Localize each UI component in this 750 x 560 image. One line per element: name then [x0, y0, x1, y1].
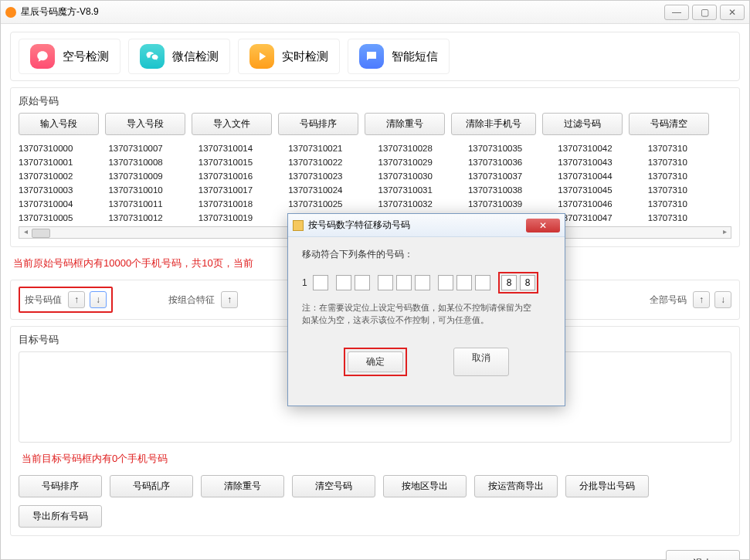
number-cell: 13707310009 — [108, 169, 192, 183]
target-btn-1[interactable]: 号码乱序 — [110, 475, 193, 497]
dialog-ok-button[interactable]: 确定 — [348, 351, 403, 372]
digit-11-input[interactable] — [520, 275, 535, 290]
source-btn-4[interactable]: 清除重号 — [365, 113, 445, 135]
dialog-close-button[interactable]: ✕ — [526, 219, 560, 232]
all-down-button[interactable]: ↓ — [714, 291, 731, 308]
number-cell: 13707310 — [648, 197, 731, 211]
digit-7-input[interactable] — [438, 275, 453, 290]
source-btn-5[interactable]: 清除非手机号 — [451, 113, 536, 135]
target-btn-2[interactable]: 清除重号 — [201, 475, 284, 497]
top-tabs: 空号检测 微信检测 实时检测 智能短信 — [10, 32, 740, 81]
maximize-button[interactable]: ▢ — [692, 5, 717, 20]
dialog-note-2: 如某位为空，这表示该位不作控制，可为任意值。 — [302, 314, 551, 326]
by-pattern-label: 按组合特征 — [168, 294, 215, 307]
close-button[interactable]: ✕ — [720, 5, 745, 20]
target-btn-4[interactable]: 按地区导出 — [383, 475, 467, 497]
bubble-icon — [30, 44, 55, 69]
number-cell: 13707310023 — [288, 169, 372, 183]
number-cell: 13707310018 — [199, 197, 282, 211]
digit-8-input[interactable] — [456, 275, 472, 290]
titlebar: 星辰号码魔方-V8.9 — ▢ ✕ — [1, 1, 749, 24]
number-cell: 13707310022 — [288, 155, 372, 169]
number-cell: 13707310005 — [19, 211, 102, 225]
number-cell: 13707310001 — [19, 155, 102, 169]
target-btn-3[interactable]: 清空号码 — [292, 475, 375, 497]
number-cell: 13707310011 — [108, 197, 192, 211]
footer: 退出 — [1, 544, 749, 560]
play-icon — [249, 44, 274, 69]
digit-6-input[interactable] — [415, 275, 430, 290]
digit-3-input[interactable] — [355, 275, 370, 290]
dialog-note-1: 注：在需要设定位上设定号码数值，如某位不控制请保留为空 — [302, 301, 551, 314]
number-cell: 13707310039 — [468, 197, 551, 211]
by-value-down-button[interactable]: ↓ — [90, 291, 107, 308]
source-btn-3[interactable]: 号码排序 — [278, 113, 358, 135]
digit-9-input[interactable] — [475, 275, 490, 290]
digit-5-input[interactable] — [396, 275, 412, 290]
number-cell: 13707310000 — [19, 141, 102, 155]
scroll-left-icon[interactable]: ◂ — [19, 227, 32, 238]
confirm-highlight: 确定 — [344, 348, 407, 376]
number-cell: 13707310046 — [558, 197, 641, 211]
target-status: 当前目标号码框内有0个手机号码 — [22, 452, 728, 466]
target-btn-6[interactable]: 分批导出号码 — [565, 475, 649, 497]
number-cell: 13707310024 — [288, 183, 372, 197]
number-cell: 13707310007 — [108, 141, 192, 155]
by-value-group: 按号码值 ↑ ↓ — [19, 287, 113, 313]
number-cell: 13707310032 — [378, 197, 462, 211]
target-btn-5[interactable]: 按运营商导出 — [474, 475, 558, 497]
number-cell: 13707310016 — [199, 169, 282, 183]
target-btn-7[interactable]: 导出所有号码 — [19, 505, 102, 528]
target-btn-0[interactable]: 号码排序 — [19, 475, 102, 497]
dialog-title: 按号码数字特征移动号码 — [308, 219, 410, 232]
number-cell: 13707310 — [648, 155, 731, 169]
dialog-cancel-button[interactable]: 取消 — [453, 348, 509, 376]
scroll-thumb[interactable] — [32, 229, 50, 238]
number-cell: 13707310045 — [558, 183, 641, 197]
digit-10-input[interactable] — [501, 275, 517, 290]
tab-sms[interactable]: 智能短信 — [348, 39, 450, 74]
digit-1-input[interactable] — [313, 275, 328, 290]
number-cell: 13707310010 — [108, 183, 192, 197]
number-cell: 13707310035 — [468, 141, 551, 155]
number-cell: 13707310012 — [108, 211, 192, 225]
source-btn-7[interactable]: 号码清空 — [629, 113, 709, 135]
number-cell: 13707310044 — [558, 169, 641, 183]
all-label: 全部号码 — [650, 294, 687, 307]
tab-wechat-check[interactable]: 微信检测 — [128, 39, 230, 74]
number-cell: 13707310043 — [558, 155, 641, 169]
last-digits-highlight — [498, 272, 538, 294]
number-cell: 13707310002 — [19, 169, 102, 183]
tab-label: 空号检测 — [63, 49, 109, 64]
number-cell: 13707310003 — [19, 183, 102, 197]
exit-button[interactable]: 退出 — [666, 550, 740, 560]
source-buttons: 输入号段导入号段导入文件号码排序清除重号清除非手机号过滤号码号码清空 — [19, 113, 731, 135]
all-up-button[interactable]: ↑ — [693, 291, 710, 308]
source-btn-2[interactable]: 导入文件 — [192, 113, 272, 135]
digit-pattern-dialog: 按号码数字特征移动号码 ✕ 移动符合下列条件的号码： 1 注：在需要设定位上设定… — [287, 213, 565, 406]
dialog-buttons: 确定 取消 — [302, 348, 551, 376]
number-cell: 13707310 — [648, 141, 731, 155]
by-pattern-up-button[interactable]: ↑ — [221, 291, 238, 308]
number-cell: 13707310036 — [468, 155, 551, 169]
source-btn-0[interactable]: 输入号段 — [19, 113, 99, 135]
number-cell: 13707310047 — [558, 211, 641, 225]
digit-4-input[interactable] — [378, 275, 393, 290]
number-cell: 13707310042 — [558, 141, 641, 155]
source-btn-1[interactable]: 导入号段 — [105, 113, 185, 135]
number-cell: 13707310030 — [378, 169, 462, 183]
number-cell: 13707310 — [648, 183, 731, 197]
number-cell: 13707310025 — [288, 197, 372, 211]
tab-empty-check[interactable]: 空号检测 — [19, 39, 120, 74]
number-cell: 13707310037 — [468, 169, 551, 183]
number-cell: 13707310021 — [288, 141, 372, 155]
digit-2-input[interactable] — [336, 275, 351, 290]
window-controls: — ▢ ✕ — [661, 5, 745, 20]
number-cell: 13707310014 — [199, 141, 282, 155]
source-btn-6[interactable]: 过滤号码 — [542, 113, 623, 135]
tab-realtime-check[interactable]: 实时检测 — [238, 39, 340, 74]
minimize-button[interactable]: — — [664, 5, 689, 20]
by-value-up-button[interactable]: ↑ — [68, 291, 85, 308]
scroll-right-icon[interactable]: ▸ — [718, 227, 731, 238]
number-cell: 13707310038 — [468, 183, 551, 197]
